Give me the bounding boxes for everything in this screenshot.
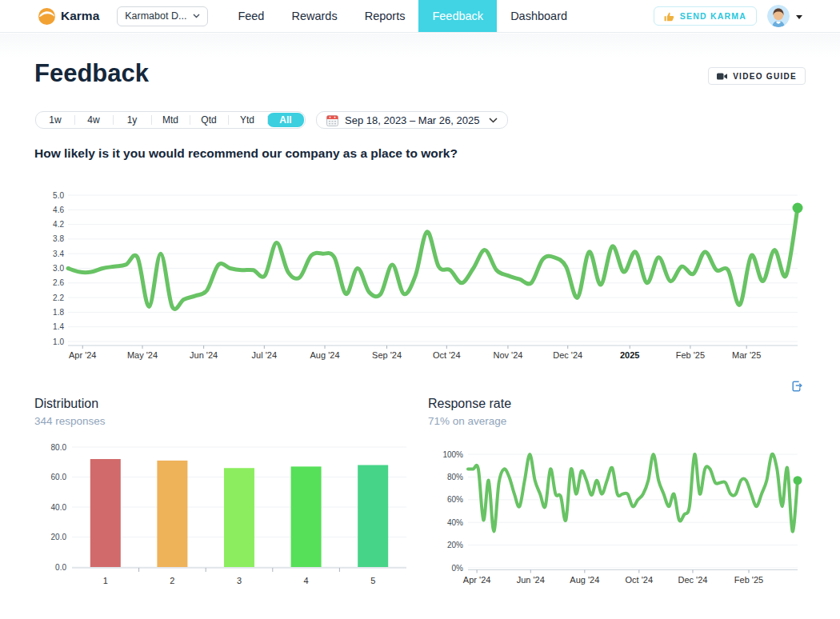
svg-text:Sep '24: Sep '24	[372, 350, 402, 360]
svg-text:2025: 2025	[620, 350, 639, 360]
svg-text:1.0: 1.0	[53, 337, 64, 346]
nav-item-rewards[interactable]: Rewards	[278, 0, 350, 32]
svg-text:2: 2	[170, 576, 174, 585]
svg-text:Aug '24: Aug '24	[570, 575, 599, 585]
nav-item-feed[interactable]: Feed	[224, 0, 278, 32]
karma-logo-icon	[38, 8, 55, 25]
svg-text:5.0: 5.0	[53, 191, 64, 200]
export-icon	[790, 380, 803, 393]
svg-text:May '24: May '24	[127, 350, 158, 360]
svg-text:3.0: 3.0	[53, 264, 64, 273]
distribution-chart: 80.060.040.020.00.012345	[34, 437, 407, 595]
video-guide-label: VIDEO GUIDE	[733, 72, 797, 81]
response-rate-chart: 100%80%60%40%20%0%Apr '24Jun '24Aug '24O…	[428, 441, 806, 595]
svg-text:4: 4	[304, 576, 309, 585]
range-segmented-control: 1w 4w 1y Mtd Qtd Ytd All	[35, 111, 306, 129]
svg-text:Oct '24: Oct '24	[626, 575, 654, 585]
distribution-header: Distribution 344 responses	[34, 397, 106, 427]
brand-name: Karma	[61, 9, 99, 23]
svg-text:1.4: 1.4	[53, 322, 64, 331]
main-nav-links: Feed Rewards Reports Feedback Dashboard	[224, 0, 581, 32]
send-karma-label: SEND KARMA	[680, 11, 746, 21]
svg-text:40%: 40%	[447, 518, 463, 527]
nav-item-dashboard[interactable]: Dashboard	[497, 0, 581, 32]
svg-text:80.0: 80.0	[51, 443, 67, 452]
response-rate-subtitle: 71% on average	[428, 415, 511, 427]
page-title: Feedback	[34, 61, 149, 87]
nav-item-reports[interactable]: Reports	[351, 0, 419, 32]
nps-trend-chart: 5.04.64.23.83.43.02.62.21.81.41.0Apr '24…	[34, 190, 806, 369]
export-button[interactable]	[789, 378, 805, 394]
svg-text:Apr '24: Apr '24	[69, 350, 97, 360]
svg-text:20%: 20%	[447, 541, 463, 549]
video-camera-icon	[717, 72, 727, 81]
svg-text:100%: 100%	[442, 450, 463, 459]
svg-text:Jun '24: Jun '24	[517, 575, 545, 585]
range-qtd[interactable]: Qtd	[190, 112, 228, 128]
calendar-icon	[326, 114, 338, 126]
chevron-down-icon	[193, 14, 200, 18]
send-karma-button[interactable]: SEND KARMA	[654, 6, 757, 26]
filter-row: 1w 4w 1y Mtd Qtd Ytd All Sep 18, 20	[35, 111, 508, 129]
svg-text:Feb '25: Feb '25	[734, 575, 763, 585]
range-4w[interactable]: 4w	[74, 112, 113, 128]
svg-text:80%: 80%	[447, 473, 463, 481]
svg-text:4.2: 4.2	[53, 220, 64, 229]
svg-text:20.0: 20.0	[51, 533, 67, 541]
user-avatar[interactable]	[767, 5, 790, 27]
svg-text:4.6: 4.6	[53, 206, 64, 214]
date-range-picker[interactable]: Sep 18, 2023 – Mar 26, 2025	[316, 111, 508, 129]
svg-text:3: 3	[237, 576, 242, 585]
svg-text:Aug '24: Aug '24	[310, 350, 340, 360]
feedback-page: Karma Karmabot D... Feed Rewards Reports…	[0, 0, 840, 619]
distribution-title: Distribution	[34, 397, 106, 411]
svg-text:Dec '24: Dec '24	[553, 350, 582, 360]
chevron-down-icon	[489, 118, 498, 123]
range-mtd[interactable]: Mtd	[151, 112, 190, 128]
svg-text:3.4: 3.4	[53, 250, 64, 258]
svg-text:1: 1	[103, 576, 108, 585]
top-nav: Karma Karmabot D... Feed Rewards Reports…	[0, 0, 840, 33]
thumbs-up-icon	[664, 11, 674, 22]
survey-question: How likely is it you would recommend our…	[34, 146, 458, 161]
svg-text:2.6: 2.6	[53, 278, 64, 287]
svg-text:0.0: 0.0	[55, 563, 66, 572]
caret-down-icon[interactable]	[796, 15, 802, 22]
svg-text:Jun '24: Jun '24	[190, 350, 218, 360]
svg-text:Nov '24: Nov '24	[493, 350, 522, 360]
nav-right: SEND KARMA	[654, 5, 840, 27]
svg-text:1.8: 1.8	[53, 308, 64, 317]
svg-text:5: 5	[370, 576, 375, 585]
header-gradient	[0, 34, 840, 58]
distribution-subtitle: 344 responses	[34, 415, 106, 427]
svg-text:3.8: 3.8	[53, 234, 64, 243]
response-rate-title: Response rate	[428, 397, 511, 411]
range-1y[interactable]: 1y	[113, 112, 151, 128]
date-range-value: Sep 18, 2023 – Mar 26, 2025	[345, 114, 479, 126]
range-ytd[interactable]: Ytd	[228, 112, 266, 128]
range-all[interactable]: All	[267, 113, 304, 127]
range-1w[interactable]: 1w	[36, 112, 74, 128]
svg-text:60%: 60%	[447, 495, 463, 504]
svg-text:Dec '24: Dec '24	[678, 575, 708, 585]
response-rate-header: Response rate 71% on average	[428, 397, 511, 427]
svg-text:Feb '25: Feb '25	[676, 350, 705, 360]
svg-text:Oct '24: Oct '24	[433, 350, 461, 360]
svg-text:Mar '25: Mar '25	[732, 350, 761, 360]
svg-text:60.0: 60.0	[51, 473, 67, 481]
nav-item-feedback[interactable]: Feedback	[418, 0, 497, 32]
svg-text:40.0: 40.0	[51, 503, 67, 512]
workspace-name: Karmabot D...	[125, 10, 186, 22]
svg-text:Jul '24: Jul '24	[252, 350, 277, 360]
svg-text:Apr '24: Apr '24	[463, 575, 491, 585]
video-guide-button[interactable]: VIDEO GUIDE	[708, 67, 806, 85]
svg-text:2.2: 2.2	[53, 294, 64, 302]
svg-text:0%: 0%	[452, 564, 464, 573]
workspace-selector[interactable]: Karmabot D...	[117, 6, 208, 26]
